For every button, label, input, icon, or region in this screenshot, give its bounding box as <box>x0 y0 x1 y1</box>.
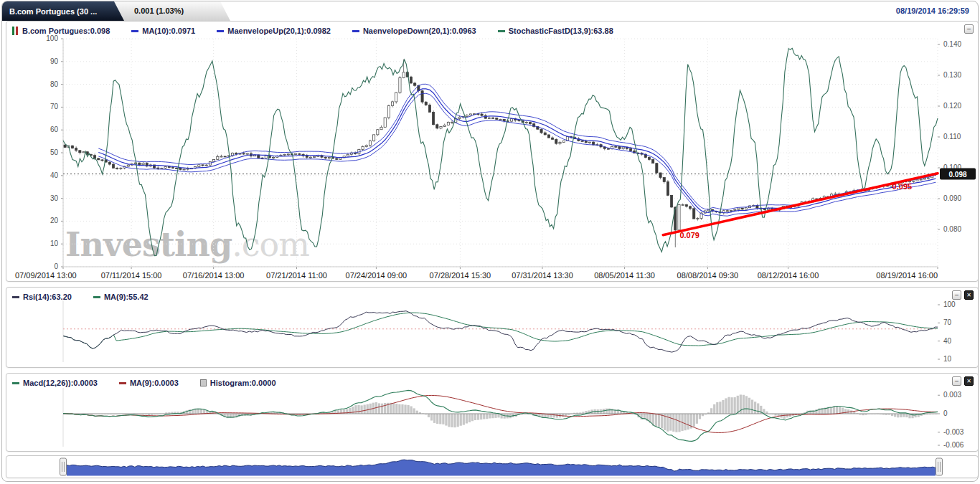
svg-text:0.095: 0.095 <box>892 182 913 191</box>
macd-minimize-button[interactable]: – <box>952 376 961 386</box>
envelope-down-marker-icon <box>352 30 359 32</box>
rsi-panel-controls: – ✕ <box>952 290 974 300</box>
legend-label: MA(9):55.42 <box>104 293 149 301</box>
macd-panel-controls: – ✕ <box>952 376 974 386</box>
ma-line-marker-icon <box>131 30 138 32</box>
price-chart-canvas[interactable]: 10090807060504030201000.1400.1300.1200.1… <box>6 22 978 281</box>
svg-text:07/21/2014 11:00: 07/21/2014 11:00 <box>266 271 327 280</box>
header-bar: B.com Portugues (30 ... 0.001 (1.03%) 08… <box>2 1 978 21</box>
svg-text:40: 40 <box>943 337 952 345</box>
price-change-text: 0.001 (1.03%) <box>134 6 184 15</box>
legend-item-instrument[interactable]: B.com Portugues:0.098 <box>12 27 110 35</box>
svg-text:0: 0 <box>54 262 58 270</box>
navigator-canvas[interactable] <box>6 456 978 478</box>
svg-text:0.003: 0.003 <box>943 391 961 399</box>
main-panel-controls: – <box>964 24 974 34</box>
legend-item-envelope-up[interactable]: MaenvelopeUp(20,1):0.0982 <box>217 27 331 35</box>
legend-item-ma10[interactable]: MA(10):0.0971 <box>131 27 195 35</box>
histogram-marker-icon <box>200 379 207 386</box>
legend-label: MaenvelopeUp(20,1):0.0982 <box>227 27 331 35</box>
svg-text:07/09/2014 13:00: 07/09/2014 13:00 <box>15 271 77 280</box>
legend-item-stochastic[interactable]: StochasticFastD(13,9):63.88 <box>498 27 613 35</box>
svg-text:0.110: 0.110 <box>943 133 961 141</box>
svg-text:30: 30 <box>50 194 59 202</box>
macd-close-button[interactable]: ✕ <box>964 376 974 386</box>
rsi-legend: Rsi(14):63.20 MA(9):55.42 <box>12 291 170 303</box>
svg-text:80: 80 <box>50 80 59 88</box>
rsi-line-marker-icon <box>12 296 19 298</box>
svg-text:90: 90 <box>50 57 59 65</box>
stochastic-marker-icon <box>498 30 505 32</box>
svg-text:07/31/2014 13:30: 07/31/2014 13:30 <box>512 271 573 280</box>
price-chart-panel: Investing.com 10090807060504030201000.14… <box>6 21 979 282</box>
main-minimize-button[interactable]: – <box>964 24 974 34</box>
svg-text:0.140: 0.140 <box>943 40 961 48</box>
legend-item-rsi-ma[interactable]: MA(9):55.42 <box>93 293 149 301</box>
legend-label: MA(10):0.0971 <box>142 27 195 35</box>
svg-text:0: 0 <box>943 409 948 417</box>
rsi-minimize-button[interactable]: – <box>952 290 961 300</box>
rsi-ma-marker-icon <box>93 296 100 298</box>
svg-text:70: 70 <box>943 318 952 326</box>
svg-text:0.120: 0.120 <box>943 102 961 110</box>
instrument-tab[interactable]: B.com Portugues (30 ... <box>2 1 124 21</box>
macd-line-marker-icon <box>12 382 19 384</box>
macd-signal-marker-icon <box>119 382 126 384</box>
svg-text:50: 50 <box>50 148 59 156</box>
legend-label: StochasticFastD(13,9):63.88 <box>509 27 613 35</box>
svg-text:07/16/2014 13:00: 07/16/2014 13:00 <box>183 271 245 280</box>
svg-text:08/05/2014 11:30: 08/05/2014 11:30 <box>594 271 655 280</box>
legend-item-rsi[interactable]: Rsi(14):63.20 <box>12 293 72 301</box>
svg-text:0.130: 0.130 <box>943 71 961 79</box>
svg-text:70: 70 <box>50 103 59 110</box>
legend-label: B.com Portugues:0.098 <box>22 27 110 35</box>
time-navigator-panel[interactable] <box>6 455 979 478</box>
svg-text:08/12/2014 16:00: 08/12/2014 16:00 <box>758 271 819 280</box>
svg-text:-0.006: -0.006 <box>943 441 964 449</box>
rsi-panel: 100704010 Rsi(14):63.20 MA(9):55.42 – ✕ <box>6 287 979 368</box>
envelope-up-marker-icon <box>217 30 224 32</box>
svg-text:0.098: 0.098 <box>948 171 966 179</box>
datetime-display: 08/19/2014 16:29:59 <box>896 6 969 15</box>
macd-panel: 0.0030-0.003-0.006 Macd(12,26)):0.0003 M… <box>6 373 979 452</box>
legend-label: Histogram:0.0000 <box>210 379 276 387</box>
legend-label: NaenvelopeDown(20,1):0.0963 <box>363 27 476 35</box>
svg-text:08/08/2014 09:30: 08/08/2014 09:30 <box>677 271 739 280</box>
svg-text:07/24/2014 09:00: 07/24/2014 09:00 <box>346 271 407 280</box>
svg-text:07/28/2014 15:30: 07/28/2014 15:30 <box>430 271 491 280</box>
svg-text:60: 60 <box>50 125 59 133</box>
main-chart-legend: B.com Portugues:0.098 MA(10):0.0971 Maen… <box>12 25 635 37</box>
svg-text:100: 100 <box>943 300 956 308</box>
legend-item-macd[interactable]: Macd(12,26)):0.0003 <box>12 379 98 387</box>
legend-item-envelope-down[interactable]: NaenvelopeDown(20,1):0.0963 <box>352 27 476 35</box>
svg-text:07/11/2014 15:00: 07/11/2014 15:00 <box>101 271 162 280</box>
chart-window: B.com Portugues (30 ... 0.001 (1.03%) 08… <box>1 1 979 482</box>
svg-text:20: 20 <box>50 217 59 224</box>
macd-legend: Macd(12,26)):0.0003 MA(9):0.0003 Histogr… <box>12 377 298 389</box>
rsi-close-button[interactable]: ✕ <box>964 290 974 300</box>
legend-item-histogram[interactable]: Histogram:0.0000 <box>200 379 276 387</box>
svg-text:08/19/2014 16:00: 08/19/2014 16:00 <box>876 271 938 280</box>
svg-text:10: 10 <box>943 355 952 363</box>
svg-text:-0.003: -0.003 <box>943 428 964 436</box>
legend-label: Macd(12,26)):0.0003 <box>23 379 98 387</box>
legend-label: Rsi(14):63.20 <box>23 293 72 301</box>
legend-item-macd-ma[interactable]: MA(9):0.0003 <box>119 379 179 387</box>
svg-text:10: 10 <box>50 239 59 247</box>
svg-text:40: 40 <box>50 171 59 179</box>
instrument-tab-label: B.com Portugues (30 ... <box>9 7 97 16</box>
candlestick-marker-icon <box>12 27 19 35</box>
svg-text:0.079: 0.079 <box>679 231 699 239</box>
svg-text:0.080: 0.080 <box>943 225 961 233</box>
legend-label: MA(9):0.0003 <box>130 379 179 387</box>
svg-text:0.090: 0.090 <box>943 194 961 202</box>
